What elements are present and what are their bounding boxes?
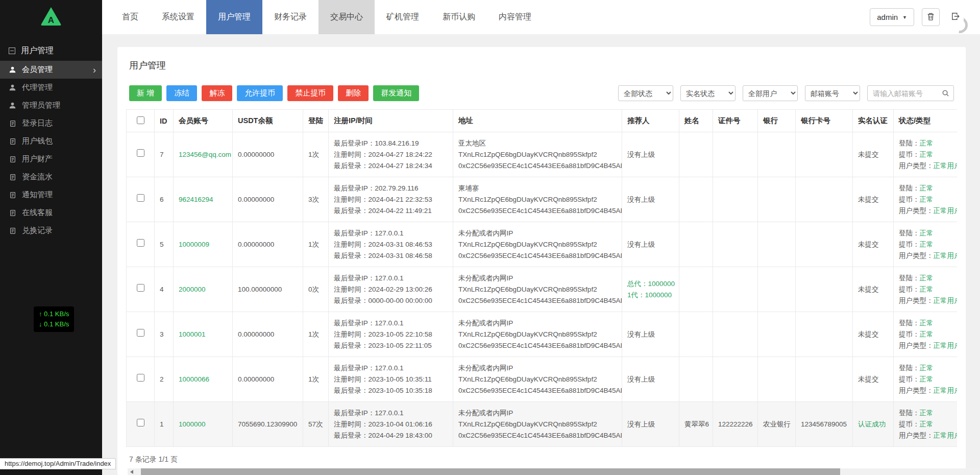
sidebar-item-fund-flow[interactable]: 资金流水 <box>0 168 102 186</box>
logout-button[interactable] <box>947 10 964 25</box>
member-account-link[interactable]: 2000000 <box>179 286 206 293</box>
sidebar-item-label: 代理管理 <box>22 83 53 92</box>
sidebar-item-exchange-records[interactable]: 兑换记录 <box>0 222 102 240</box>
delete-button[interactable]: 删除 <box>338 85 369 101</box>
row-checkbox[interactable] <box>137 329 144 337</box>
admin-dropdown[interactable]: admin ▼ <box>870 8 914 26</box>
status-line: 登陆：正常 <box>899 183 957 194</box>
nav-item-trade-center[interactable]: 交易中心 <box>318 0 375 34</box>
status-line: 提币：正常 <box>899 284 957 295</box>
nav-item-home[interactable]: 首页 <box>110 0 150 34</box>
row-id: 2 <box>155 357 174 402</box>
row-checkbox[interactable] <box>137 149 144 157</box>
nav-item-content-management[interactable]: 内容管理 <box>487 0 543 34</box>
member-account-link[interactable]: 123456@qq.com <box>179 151 231 158</box>
referrer-text: 没有上级 <box>627 374 674 385</box>
status-line: 提币：正常 <box>899 239 957 250</box>
table-row: 42000000100.000000000次最后登录IP：127.0.0.1注册… <box>127 267 958 312</box>
bank-card-number <box>796 357 853 402</box>
sidebar-menu: 会员管理›代理管理管理员管理登录日志用户钱包用户财产资金流水通知管理在线客服兑换… <box>0 61 102 240</box>
status-filter-select[interactable]: 全部状态 <box>618 85 673 101</box>
ip-line: 最后登录：2023-10-05 10:35:18 <box>334 385 448 396</box>
usdt-balance: 0.00000000 <box>233 312 303 357</box>
nav-item-user-management[interactable]: 用户管理 <box>206 0 262 34</box>
member-account-link[interactable]: 1000001 <box>179 330 206 338</box>
clear-cache-button[interactable] <box>922 8 940 26</box>
select-all-checkbox[interactable] <box>137 116 144 124</box>
unfreeze-button[interactable]: 解冻 <box>202 85 232 101</box>
sidebar-item-agent-management[interactable]: 代理管理 <box>0 79 102 97</box>
row-select-cell <box>127 357 155 402</box>
app-root: A 用户管理 会员管理›代理管理管理员管理登录日志用户钱包用户财产资金流水通知管… <box>0 0 980 475</box>
row-checkbox[interactable] <box>137 374 144 382</box>
referrer-link[interactable]: 总代：1000000 <box>627 278 674 290</box>
login-count: 1次 <box>303 357 329 402</box>
referrer-cell: 没有上级 <box>622 177 679 222</box>
sidebar-item-online-service[interactable]: 在线客服 <box>0 204 102 222</box>
nav-item-new-coin-subscription[interactable]: 新币认购 <box>431 0 487 34</box>
status-line: 用户类型：正常用户 <box>899 430 957 441</box>
address-cell: 未分配或者内网IPTXnLRc1ZpQE6bgDUayKVCRQnb895Skf… <box>453 267 622 312</box>
usdt-balance: 0.00000000 <box>233 177 303 222</box>
ip-line: 最后登录IP：127.0.0.1 <box>334 408 448 419</box>
add-button[interactable]: 新 增 <box>129 85 162 101</box>
referrer-link[interactable]: 1代：1000000 <box>627 290 674 301</box>
sidebar-item-notification-management[interactable]: 通知管理 <box>0 186 102 204</box>
broadcast-notice-button[interactable]: 群发通知 <box>373 85 419 101</box>
member-account-link[interactable]: 962416294 <box>179 196 213 203</box>
status-line: 提币：正常 <box>899 329 957 340</box>
table-header-row: ID会员账号USDT余额登陆注册IP/时间地址推荐人姓名证件号银行银行卡号实名认… <box>127 110 958 132</box>
sidebar-item-user-wallet[interactable]: 用户钱包 <box>0 132 102 150</box>
row-checkbox[interactable] <box>137 239 144 247</box>
login-count: 0次 <box>303 267 329 312</box>
nav-item-mining-management[interactable]: 矿机管理 <box>375 0 431 34</box>
address-line: 0xC2C56e935ECE4c1C45443EE6a881bfD9C4B45A… <box>458 250 617 262</box>
address-line: 柬埔寨 <box>458 183 617 194</box>
bank-name <box>758 312 796 357</box>
referrer-text: 没有上级 <box>627 419 674 430</box>
user-type-filter-select[interactable]: 全部用户 <box>743 85 798 101</box>
nav-item-system-settings[interactable]: 系统设置 <box>150 0 206 34</box>
scrollbar-thumb[interactable] <box>141 468 840 475</box>
nav-item-finance-records[interactable]: 财务记录 <box>262 0 318 34</box>
status-line: 用户类型：正常用户 <box>899 385 957 396</box>
search-input[interactable] <box>867 85 954 101</box>
sidebar-item-admin-management[interactable]: 管理员管理 <box>0 97 102 114</box>
sidebar-section-header[interactable]: 用户管理 <box>0 40 102 61</box>
status-line: 提币：正常 <box>899 374 957 385</box>
ip-line: 注册时间：2024-03-31 08:46:53 <box>334 239 448 250</box>
scroll-left-arrow[interactable] <box>128 468 136 475</box>
row-checkbox[interactable] <box>137 419 144 426</box>
sidebar-item-member-management[interactable]: 会员管理› <box>0 61 102 79</box>
allow-withdraw-button[interactable]: 允许提币 <box>237 85 283 101</box>
status-line: 用户类型：正常用户 <box>899 205 957 217</box>
member-account-link[interactable]: 1000000 <box>179 420 206 428</box>
row-id: 5 <box>155 222 174 267</box>
kyc-status: 未提交 <box>853 177 894 222</box>
ip-line: 最后登录IP：127.0.0.1 <box>334 318 448 329</box>
logo-wrap[interactable]: A <box>0 0 102 34</box>
search-icon[interactable] <box>942 89 949 97</box>
row-checkbox[interactable] <box>137 194 144 202</box>
member-account-link[interactable]: 10000066 <box>179 375 209 383</box>
row-checkbox[interactable] <box>137 284 144 292</box>
bank-card-number <box>796 222 853 267</box>
sidebar-item-login-logs[interactable]: 登录日志 <box>0 114 102 132</box>
id-number <box>713 312 758 357</box>
collapse-sidebar-icon <box>9 48 15 54</box>
member-account-link[interactable]: 10000009 <box>179 241 209 248</box>
table-row: 69624162940.000000003次最后登录IP：202.79.29.1… <box>127 177 958 222</box>
sidebar-item-user-assets[interactable]: 用户财产 <box>0 150 102 168</box>
app-logo-icon: A <box>39 6 63 29</box>
column-header: 姓名 <box>679 110 713 132</box>
status-type-cell: 登陆：正常提币：正常用户类型：正常用户 <box>894 357 958 402</box>
freeze-button[interactable]: 冻结 <box>166 85 197 101</box>
forbid-withdraw-button[interactable]: 禁止提币 <box>287 85 333 101</box>
address-line: 未分配或者内网IP <box>458 273 617 284</box>
kyc-status-filter-select[interactable]: 实名状态 <box>680 85 736 101</box>
status-line: 提币：正常 <box>899 194 957 205</box>
horizontal-scrollbar[interactable] <box>128 468 980 475</box>
column-header: 银行 <box>758 110 796 132</box>
account-type-filter-select[interactable]: 邮箱账号 <box>805 85 860 101</box>
kyc-status: 未提交 <box>853 357 894 402</box>
